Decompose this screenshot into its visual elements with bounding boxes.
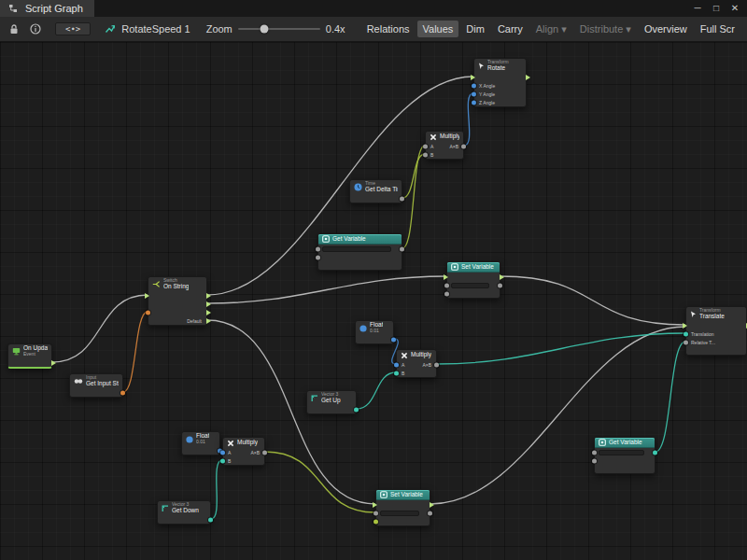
- input-port[interactable]: [374, 511, 378, 515]
- input-port[interactable]: [683, 323, 687, 329]
- variable-name-field[interactable]: [599, 450, 644, 455]
- variable-name-field[interactable]: [380, 511, 419, 516]
- close-button[interactable]: ✕: [726, 0, 743, 17]
- node-title: Rotate: [487, 65, 509, 72]
- output-port[interactable]: [400, 246, 404, 251]
- output-port[interactable]: [498, 283, 502, 287]
- info-icon[interactable]: [28, 21, 43, 36]
- toolbar-button-dim[interactable]: Dim: [460, 21, 490, 37]
- output-port[interactable]: [206, 293, 211, 299]
- input-port[interactable]: [373, 502, 377, 508]
- graph-reference[interactable]: RotateSpeed 1: [103, 21, 190, 36]
- zoom-slider[interactable]: [238, 28, 320, 30]
- output-port[interactable]: [208, 517, 213, 522]
- output-port[interactable]: [400, 196, 404, 201]
- float-icon: [359, 325, 367, 332]
- node-port-row: [376, 500, 430, 509]
- node-switch-on-string[interactable]: SwitchOn StringDefault: [148, 276, 207, 326]
- lock-icon[interactable]: [7, 21, 21, 36]
- node-caption: 0.01: [196, 440, 209, 444]
- node-vector3-get-down[interactable]: Vector 3Get Down: [157, 500, 211, 525]
- input-port[interactable]: [423, 144, 428, 148]
- node-header: Multiply: [223, 438, 264, 448]
- input-port[interactable]: [394, 362, 399, 367]
- tab-title: Script Graph: [25, 3, 83, 14]
- maximize-button[interactable]: □: [708, 0, 725, 17]
- output-port[interactable]: [430, 502, 434, 508]
- input-port[interactable]: [374, 519, 378, 524]
- node-float-mid[interactable]: Float0.01: [355, 320, 394, 344]
- toolbar-button-relations[interactable]: Relations: [361, 21, 416, 37]
- variable-name-field[interactable]: [322, 246, 391, 252]
- variable-name-field[interactable]: [451, 283, 489, 288]
- node-get-delta-time[interactable]: TimeGet Delta Time: [349, 179, 402, 203]
- input-port[interactable]: [472, 91, 476, 96]
- node-on-update[interactable]: On UpdateEvent: [7, 343, 52, 369]
- node-set-variable-mid[interactable]: Set Variable: [446, 261, 500, 299]
- output-port[interactable]: [262, 450, 267, 455]
- input-port[interactable]: [472, 100, 476, 105]
- output-port[interactable]: [120, 390, 125, 395]
- input-port[interactable]: [592, 450, 597, 455]
- output-port[interactable]: [206, 301, 211, 307]
- output-port[interactable]: [391, 337, 396, 342]
- node-header: On UpdateEvent: [8, 344, 51, 358]
- output-port[interactable]: [461, 144, 466, 148]
- node-get-variable-top[interactable]: Get Variable: [317, 233, 402, 271]
- code-view-button[interactable]: <∙>: [55, 22, 91, 35]
- output-port[interactable]: [653, 450, 657, 455]
- output-port[interactable]: [206, 310, 211, 315]
- input-port[interactable]: [220, 450, 225, 455]
- input-port[interactable]: [684, 340, 688, 344]
- toolbar-button-full-scr[interactable]: Full Scr: [695, 21, 740, 37]
- node-multiply-bottom[interactable]: MultiplyAA×BB: [222, 437, 265, 466]
- node-port-row: [595, 465, 655, 473]
- tab-script-graph[interactable]: Script Graph: [0, 0, 94, 17]
- port-label: Y Angle: [479, 91, 495, 97]
- titlebar: Script Graph ─ □ ✕: [0, 0, 747, 18]
- input-port[interactable]: [145, 293, 149, 299]
- toolbar-button-carry[interactable]: Carry: [492, 21, 529, 37]
- toolbar-button-overview[interactable]: Overview: [639, 21, 693, 37]
- node-vector3-get-up[interactable]: Vector 3Get Up: [306, 390, 357, 414]
- node-get-variable-right[interactable]: Get Variable: [594, 437, 655, 474]
- input-port[interactable]: [592, 458, 597, 463]
- output-port[interactable]: [434, 362, 439, 367]
- output-port[interactable]: [500, 274, 504, 280]
- port-label: A×B: [449, 144, 458, 149]
- output-port[interactable]: [206, 318, 211, 324]
- input-port[interactable]: [444, 291, 449, 296]
- graph-canvas[interactable]: [0, 42, 747, 560]
- input-port[interactable]: [444, 274, 448, 280]
- port-label: B: [402, 371, 404, 376]
- input-port[interactable]: [423, 152, 428, 157]
- input-port[interactable]: [471, 75, 475, 80]
- output-port[interactable]: [51, 360, 56, 366]
- node-title: Translate: [699, 314, 725, 320]
- output-port[interactable]: [428, 511, 432, 515]
- input-port[interactable]: [472, 83, 476, 88]
- zoom-slider-thumb[interactable]: [260, 25, 268, 34]
- node-multiply-mid[interactable]: MultiplyAA×BB: [396, 349, 437, 378]
- minimize-button[interactable]: ─: [689, 0, 706, 17]
- node-rotate[interactable]: TransformRotateX AngleY AngleZ Angle: [473, 58, 527, 107]
- toolbar-button-values[interactable]: Values: [417, 21, 459, 37]
- output-port[interactable]: [354, 407, 359, 412]
- input-port[interactable]: [684, 331, 688, 336]
- output-port[interactable]: [526, 75, 530, 80]
- input-port[interactable]: [394, 371, 399, 375]
- input-port[interactable]: [316, 255, 320, 259]
- node-header: Float0.01: [182, 432, 219, 446]
- node-translate[interactable]: TransformTranslateTranslationRelative T.…: [685, 306, 747, 356]
- toolbar-button-distribute[interactable]: Distribute ▾: [574, 21, 637, 38]
- node-float-bottom[interactable]: Float0.01: [181, 431, 220, 455]
- input-port[interactable]: [220, 458, 225, 463]
- node-set-variable-bottom[interactable]: Set Variable: [375, 489, 430, 526]
- input-port[interactable]: [444, 283, 449, 287]
- toolbar-button-align[interactable]: Align ▾: [530, 21, 572, 38]
- node-get-input-string[interactable]: InputGet Input Strin: [69, 373, 123, 398]
- input-port[interactable]: [316, 246, 320, 251]
- node-multiply-top[interactable]: MultiplyAA×BB: [425, 131, 464, 160]
- port-label: A×B: [250, 450, 260, 455]
- input-port[interactable]: [146, 310, 150, 315]
